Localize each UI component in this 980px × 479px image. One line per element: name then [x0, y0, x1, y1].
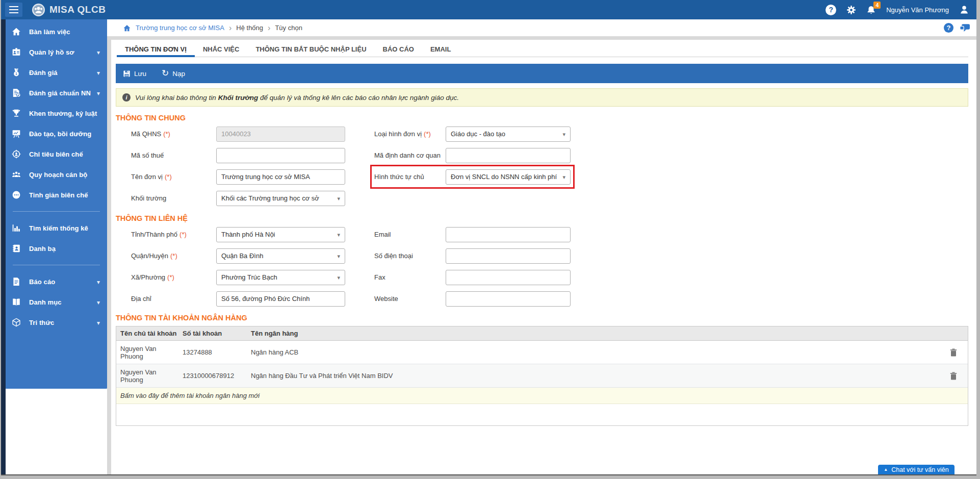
bar-chart-icon [12, 223, 21, 233]
email-input[interactable] [446, 227, 571, 242]
cube-icon [12, 318, 21, 327]
field-label: Khối trường [131, 194, 166, 202]
field-label: Tên đơn vị [131, 173, 163, 181]
sidebar-item-danh-ba[interactable]: Danh bạ [6, 238, 107, 259]
chevron-down-icon [337, 252, 340, 260]
required-mark: (*) [167, 273, 174, 281]
chevron-down-icon [97, 297, 100, 307]
target-icon [12, 149, 21, 159]
sidebar-item-danh-gia[interactable]: 1 Đánh giá [6, 62, 107, 83]
chevron-down-icon [97, 68, 100, 77]
chevron-down-icon [97, 47, 100, 57]
delete-row-trash-icon[interactable] [950, 372, 957, 380]
breadcrumb-home-icon[interactable] [123, 24, 131, 32]
field-loai-hinh-don-vi: Loại hình đơn vị(*) Giáo dục - đào tạo [374, 126, 571, 142]
user-name[interactable]: Nguyễn Văn Phương [886, 6, 949, 14]
chevron-down-icon [337, 273, 340, 281]
dia-chi-input[interactable] [216, 291, 345, 307]
chevron-down-icon [337, 194, 340, 202]
sidebar: Bàn làm việc Quản lý hồ sơ 1 Đánh giá Đá… [6, 19, 107, 389]
bank-accounts-table: Tên chủ tài khoản Số tài khoản Tên ngân … [116, 326, 968, 426]
field-label: Loại hình đơn vị [374, 130, 422, 138]
select-value: Quận Ba Đình [221, 252, 263, 260]
sidebar-item-chi-tieu-bien-che[interactable]: Chỉ tiêu biên chế [6, 144, 107, 164]
book-icon [12, 297, 21, 307]
table-empty-area [116, 404, 968, 425]
xa-phuong-select[interactable]: Phường Trúc Bạch [216, 270, 345, 285]
settings-gear-icon[interactable] [846, 5, 856, 15]
hamburger-menu-icon[interactable] [5, 3, 22, 17]
account-owner: Nguyen Van Phuong [116, 368, 178, 384]
bank-name: Ngân hàng ACB [247, 348, 939, 356]
website-input[interactable] [446, 291, 571, 307]
app-logo: MISA QLCB [32, 3, 106, 17]
ma-dinh-danh-co-quan-input[interactable] [446, 148, 571, 163]
fax-input[interactable] [446, 270, 571, 285]
sidebar-item-tinh-gian-bien-che[interactable]: Tinh giản biên chế [6, 185, 107, 205]
trophy-icon [12, 109, 21, 118]
tab-nhac-viec[interactable]: NHẮC VIỆC [195, 42, 248, 57]
chevron-down-icon [337, 231, 340, 238]
ten-don-vi-input[interactable] [216, 169, 345, 185]
window-bottom-border [1, 474, 976, 475]
sidebar-item-danh-muc[interactable]: Danh mục [6, 292, 107, 312]
so-dien-thoai-input[interactable] [446, 248, 571, 264]
account-number: 13274888 [178, 348, 247, 356]
section-title-contact: THÔNG TIN LIÊN HỆ [116, 214, 968, 222]
loai-hinh-don-vi-select[interactable]: Giáo dục - đào tạo [446, 127, 571, 142]
contact-form: Tỉnh/Thành phố(*) Thành phố Hà Nội Quận/… [116, 226, 968, 307]
notification-badge: 4 [873, 2, 881, 9]
column-header: Tên ngân hàng [247, 330, 939, 337]
select-value: Khối các Trường trung học cơ sở [221, 194, 319, 202]
reload-button[interactable]: Nạp [162, 69, 185, 78]
sidebar-divider [13, 265, 100, 265]
tab-email[interactable]: EMAIL [422, 42, 459, 57]
sidebar-item-bao-cao[interactable]: Báo cáo [6, 271, 107, 292]
field-tinh-thanh-pho: Tỉnh/Thành phố(*) Thành phố Hà Nội [131, 226, 345, 242]
sidebar-item-tim-kiem-thong-ke[interactable]: Tìm kiếm thống kê [6, 218, 107, 238]
breadcrumb-he-thong[interactable]: Hệ thống [236, 24, 263, 32]
table-row[interactable]: Nguyen Van Phuong 12310000678912 Ngân hà… [116, 364, 968, 388]
khoi-truong-select[interactable]: Khối các Trường trung học cơ sở [216, 191, 345, 206]
field-ma-so-thue: Mã số thuế [131, 147, 345, 163]
tab-thong-tin-don-vi[interactable]: THÔNG TIN ĐƠN VỊ [117, 42, 195, 57]
feedback-chat-icon[interactable] [960, 23, 970, 33]
select-value: Giáo dục - đào tạo [451, 130, 505, 138]
column-header: Tên chủ tài khoản [116, 330, 178, 337]
sidebar-item-tri-thuc[interactable]: Tri thức [6, 312, 107, 333]
help-icon[interactable] [826, 5, 836, 15]
save-button[interactable]: Lưu [123, 70, 146, 78]
section-title-bank: THÔNG TIN TÀI KHOẢN NGÂN HÀNG [116, 314, 968, 322]
page-help-icon[interactable] [944, 23, 953, 33]
delete-row-trash-icon[interactable] [950, 348, 957, 357]
home-icon [12, 27, 21, 36]
sidebar-item-dao-tao-boi-duong[interactable]: Đào tạo, bồi dưỡng [6, 123, 107, 144]
user-avatar-icon[interactable] [959, 5, 969, 15]
chat-support-button[interactable]: Chat với tư vấn viên [878, 465, 955, 474]
hinh-thuc-tu-chu-select[interactable]: Đơn vị SNCL do NSNN cấp kinh phí [446, 169, 571, 185]
add-bank-account-row[interactable]: Bấm vào đây để thêm tài khoản ngân hàng … [116, 388, 968, 404]
field-label: Email [374, 231, 391, 238]
svg-text:1: 1 [15, 72, 17, 75]
ma-so-thue-input[interactable] [216, 148, 345, 163]
notifications-bell-icon[interactable]: 4 [866, 5, 876, 15]
table-row[interactable]: Nguyen Van Phuong 13274888 Ngân hàng ACB [116, 341, 968, 364]
sidebar-item-khen-thuong-ky-luat[interactable]: Khen thưởng, kỷ luật [6, 103, 107, 123]
tab-thong-tin-bat-buoc-nhap-lieu[interactable]: THÔNG TIN BẮT BUỘC NHẬP LIỆU [247, 42, 374, 57]
breadcrumb-tuy-chon[interactable]: Tùy chọn [275, 24, 302, 32]
breadcrumb-root[interactable]: Trường trung học cơ sở MISA [136, 24, 224, 32]
presentation-board-icon [12, 129, 21, 138]
sidebar-item-quy-hoach-can-bo[interactable]: Quy hoạch cán bộ [6, 164, 107, 185]
sidebar-item-danh-gia-chuan-nn[interactable]: Đánh giá chuẩn NN [6, 83, 107, 103]
ellipsis-circle-icon [12, 190, 21, 199]
sidebar-item-quan-ly-ho-so[interactable]: Quản lý hồ sơ [6, 42, 107, 62]
address-book-icon [12, 244, 21, 253]
required-mark: (*) [170, 252, 177, 260]
logo-people-icon [32, 3, 45, 17]
select-value: Đơn vị SNCL do NSNN cấp kinh phí [451, 173, 557, 181]
tab-bao-cao[interactable]: BÁO CÁO [375, 42, 422, 57]
quan-huyen-select[interactable]: Quận Ba Đình [216, 248, 345, 264]
tinh-thanh-pho-select[interactable]: Thành phố Hà Nội [216, 227, 345, 242]
sidebar-item-ban-lam-viec[interactable]: Bàn làm việc [6, 21, 107, 42]
section-title-general: THÔNG TIN CHUNG [116, 114, 968, 122]
